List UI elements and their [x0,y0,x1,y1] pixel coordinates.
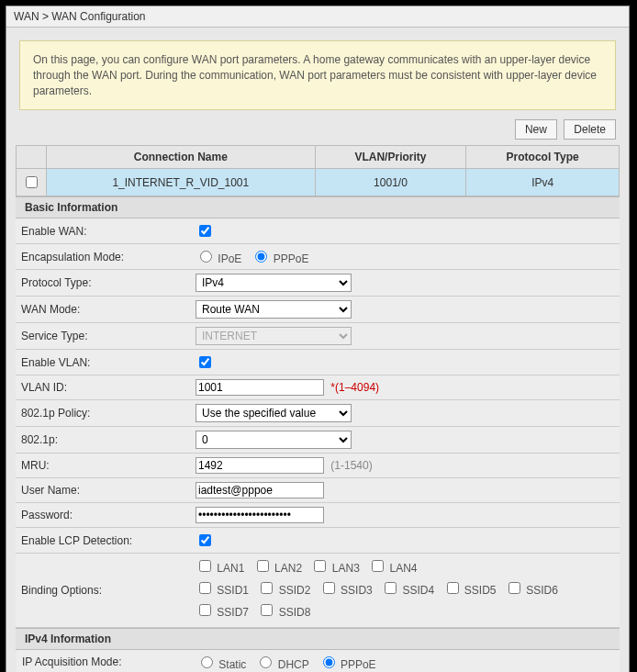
label-encapsulation-mode: Encapsulation Mode: [16,244,190,270]
label-vlan-id: VLAN ID: [16,375,190,400]
password-input[interactable] [196,507,324,523]
mru-input[interactable] [196,457,324,474]
col-connection-name: Connection Name [47,146,316,169]
label-ip-acquisition: IP Acquisition Mode: [17,650,191,672]
enable-wan-checkbox[interactable] [199,225,211,237]
bind-ssid8-checkbox[interactable] [261,604,273,616]
select-all-header [17,146,47,169]
wan-mode-select[interactable]: Route WAN [196,300,352,319]
label-protocol-type: Protocol Type: [16,270,190,297]
bind-ssid1-checkbox[interactable] [199,582,211,594]
dot1p-policy-select[interactable]: Use the specified value [196,404,352,422]
table-row[interactable]: 1_INTERNET_R_VID_1001 1001/0 IPv4 [17,169,620,196]
info-box: On this page, you can configure WAN port… [19,40,616,110]
bind-ssid3-checkbox[interactable] [323,582,335,594]
label-8021p: 802.1p: [16,427,190,454]
encap-ipoe-label: IPoE [218,252,241,265]
breadcrumb: WAN > WAN Configuration [6,6,629,28]
vlan-id-input[interactable] [196,379,324,396]
action-bar: New Delete [6,119,629,145]
bind-ssid2-checkbox[interactable] [261,582,273,594]
mru-hint: (1-1540) [330,459,372,472]
binding-options: LAN1 LAN2 LAN3 LAN4 SSID1 SSID2 SSID3 SS… [190,554,620,627]
label-service-type: Service Type: [16,323,190,350]
ipacq-pppoe-radio[interactable] [323,656,335,668]
label-enable-wan: Enable WAN: [16,218,190,244]
label-password: Password: [16,503,190,528]
protocol-type-select[interactable]: IPv4 [196,274,352,292]
col-protocol-type: Protocol Type [466,146,620,169]
bind-ssid4-checkbox[interactable] [385,582,397,594]
cell-vlan: 1001/0 [315,169,466,196]
label-username: User Name: [16,478,190,503]
ipacq-static-radio[interactable] [201,656,213,668]
cell-proto: IPv4 [466,169,620,196]
encap-pppoe-label: PPPoE [274,252,309,265]
ipv4-form: IP Acquisition Mode: Static DHCP PPPoE E… [16,650,620,672]
row-select-checkbox[interactable] [26,176,38,188]
delete-button[interactable]: Delete [564,119,616,140]
label-enable-lcp: Enable LCP Detection: [16,528,190,554]
label-8021p-policy: 802.1p Policy: [16,400,190,427]
encap-pppoe-radio[interactable] [255,251,267,263]
label-binding-options: Binding Options: [16,554,190,627]
bind-ssid6-checkbox[interactable] [508,582,520,594]
username-input[interactable] [196,482,324,498]
bind-lan1-checkbox[interactable] [199,560,211,572]
col-vlan-priority: VLAN/Priority [315,146,466,169]
enable-vlan-checkbox[interactable] [199,356,211,368]
new-button[interactable]: New [515,119,557,140]
dot1p-select[interactable]: 0 [196,431,352,449]
bind-ssid5-checkbox[interactable] [447,582,459,594]
bind-lan3-checkbox[interactable] [314,560,326,572]
encap-ipoe-radio[interactable] [200,251,212,263]
vlan-id-hint: *(1–4094) [330,381,379,394]
basic-form: Enable WAN: Encapsulation Mode: IPoE PPP… [16,218,620,627]
enable-lcp-checkbox[interactable] [199,534,211,546]
ipacq-dhcp-radio[interactable] [260,656,272,668]
bind-lan4-checkbox[interactable] [372,560,384,572]
connection-table: Connection Name VLAN/Priority Protocol T… [16,145,620,196]
section-basic-information: Basic Information [16,196,620,218]
wan-config-panel: WAN > WAN Configuration On this page, yo… [6,6,630,672]
label-enable-vlan: Enable VLAN: [16,350,190,375]
bind-ssid7-checkbox[interactable] [199,604,211,616]
section-ipv4-information: IPv4 Information [16,628,620,650]
label-wan-mode: WAN Mode: [16,297,190,323]
service-type-select: INTERNET [196,327,352,345]
cell-connection-name: 1_INTERNET_R_VID_1001 [47,169,316,196]
label-mru: MRU: [16,454,190,478]
bind-lan2-checkbox[interactable] [257,560,269,572]
